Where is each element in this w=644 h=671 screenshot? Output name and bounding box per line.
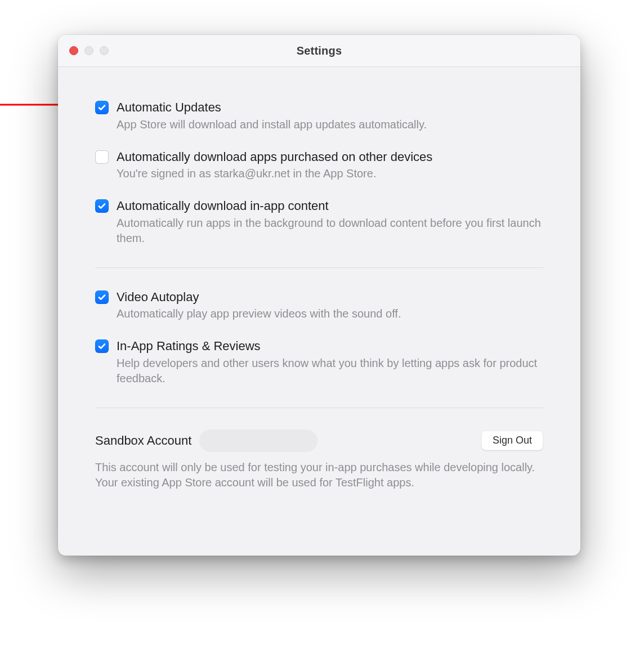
checkbox-video-autoplay[interactable] [95,290,109,304]
sandbox-account-description: This account will only be used for testi… [95,460,543,490]
settings-window: Settings Automatic Updates App Store wil… [58,35,580,556]
window-controls [69,35,109,66]
divider [95,408,543,408]
setting-label: Automatically download in-app content [117,198,543,214]
setting-label: Video Autoplay [117,289,543,306]
setting-inapp-ratings: In-App Ratings & Reviews Help developers… [95,338,543,386]
titlebar: Settings [58,35,580,67]
divider [95,267,543,268]
sign-out-button[interactable]: Sign Out [481,431,543,450]
window-title: Settings [58,44,580,57]
setting-description: Automatically play app preview videos wi… [117,306,543,321]
minimize-window-button[interactable] [84,46,93,55]
checkmark-icon [97,293,106,302]
zoom-window-button[interactable] [100,46,109,55]
setting-description: You're signed in as starka@ukr.net in th… [117,166,543,181]
setting-auto-download-inapp: Automatically download in-app content Au… [95,198,543,246]
sandbox-account-value [199,430,317,452]
close-window-button[interactable] [69,46,78,55]
setting-description: App Store will download and install app … [117,117,543,132]
checkmark-icon [97,202,106,211]
setting-label: Automatically download apps purchased on… [117,149,543,165]
setting-automatic-updates: Automatic Updates App Store will downloa… [95,100,543,132]
checkbox-auto-download-purchased[interactable] [95,150,109,164]
checkmark-icon [97,103,106,112]
setting-label: Automatic Updates [117,100,543,116]
checkbox-automatic-updates[interactable] [95,101,109,114]
setting-auto-download-purchased: Automatically download apps purchased on… [95,149,543,182]
sandbox-account-label: Sandbox Account [95,433,191,448]
checkbox-inapp-ratings[interactable] [95,339,109,353]
sandbox-account-row: Sandbox Account Sign Out [95,430,543,452]
setting-description: Help developers and other users know wha… [117,356,543,386]
checkbox-auto-download-inapp[interactable] [95,199,109,213]
settings-content: Automatic Updates App Store will downloa… [58,67,580,556]
setting-description: Automatically run apps in the background… [117,216,543,246]
setting-label: In-App Ratings & Reviews [117,338,543,355]
setting-video-autoplay: Video Autoplay Automatically play app pr… [95,289,543,322]
checkmark-icon [97,342,106,351]
